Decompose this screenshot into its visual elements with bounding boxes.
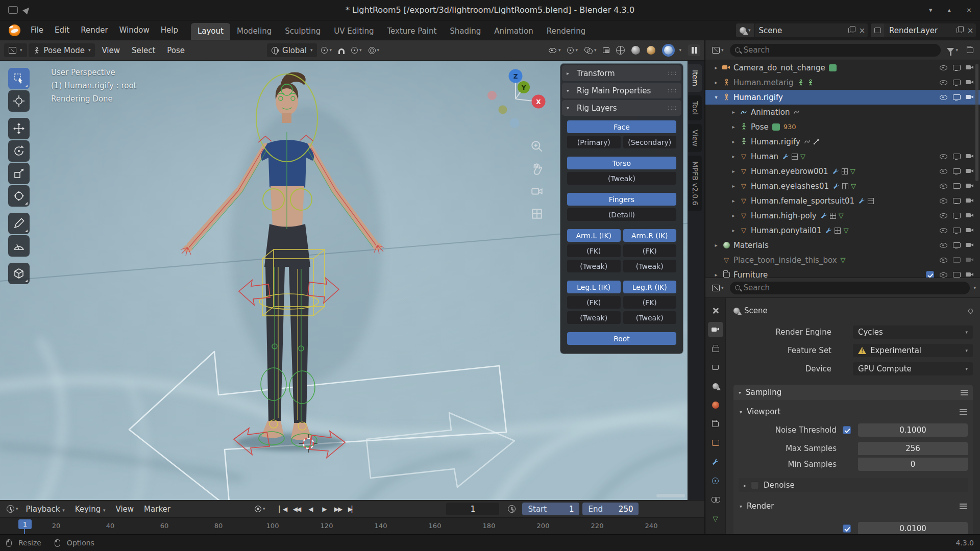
rig-layer-fingers-detail-button[interactable]: (Detail): [567, 208, 676, 221]
snap-toggle[interactable]: [336, 47, 347, 54]
properties-search[interactable]: [730, 282, 970, 294]
hide-render-icon[interactable]: [966, 153, 974, 160]
expand-icon[interactable]: ▸: [729, 213, 738, 218]
hide-viewport-icon[interactable]: [953, 227, 961, 234]
drag-grip-icon[interactable]: ∷∷: [668, 87, 677, 94]
render-noise-threshold-checkbox[interactable]: [843, 524, 851, 533]
hide-render-icon[interactable]: [966, 271, 974, 278]
collapse-icon[interactable]: ▾: [712, 94, 721, 100]
noise-threshold-field[interactable]: 0.1000: [858, 423, 968, 437]
hide-render-icon[interactable]: [966, 168, 974, 174]
properties-tab-view-layer[interactable]: [708, 360, 723, 375]
hide-eye-icon[interactable]: [939, 94, 948, 101]
ortho-grid-button[interactable]: [529, 206, 545, 222]
expand-icon[interactable]: ▸: [729, 228, 738, 233]
hide-eye-icon[interactable]: [939, 183, 948, 189]
drag-grip-icon[interactable]: ∷∷: [668, 105, 677, 112]
outliner-row-sportsuit[interactable]: ▸ ▽ Human.female_sportsuit01: [705, 193, 980, 208]
properties-tab-constraints[interactable]: [708, 492, 723, 507]
drag-grip-icon[interactable]: ∷∷: [668, 70, 677, 77]
frame-end-field[interactable]: End250: [582, 503, 639, 515]
feature-set-select[interactable]: Experimental▾: [853, 344, 973, 357]
properties-tab-modifiers[interactable]: [708, 454, 723, 469]
outliner-row-highpoly[interactable]: ▸ ▽ Human.high-poly ▽: [705, 208, 980, 223]
hide-eye-icon[interactable]: [939, 197, 948, 204]
properties-tab-world[interactable]: [708, 397, 723, 413]
rig-layer-leg-r-fk-button[interactable]: (FK): [623, 296, 677, 309]
navigation-gizmo[interactable]: Z Y X: [480, 64, 556, 135]
scene-unlink-button[interactable]: ×: [856, 26, 868, 35]
hide-render-icon[interactable]: [966, 64, 974, 71]
properties-tab-object-data[interactable]: ▽: [708, 511, 723, 526]
hide-render-icon[interactable]: [966, 242, 974, 248]
hide-eye-icon[interactable]: [939, 153, 948, 160]
timeline-editor-type-button[interactable]: ▾: [4, 505, 21, 513]
camera-view-button[interactable]: [529, 183, 545, 199]
max-samples-field[interactable]: 256: [858, 442, 968, 455]
menu-help[interactable]: Help: [155, 23, 184, 37]
collection-checkbox[interactable]: [926, 271, 934, 279]
outliner-row-furniture[interactable]: ▸ Furniture: [705, 267, 980, 278]
expand-icon[interactable]: ▸: [712, 80, 721, 85]
window-minimize-button[interactable]: ▾: [929, 6, 933, 14]
expand-icon[interactable]: ▸: [729, 139, 738, 144]
expand-icon[interactable]: ▸: [712, 65, 721, 70]
properties-tab-render[interactable]: [708, 322, 723, 337]
gizmo-negative-y-ball[interactable]: [499, 106, 507, 114]
properties-tab-collection[interactable]: [708, 416, 723, 432]
hide-viewport-icon[interactable]: [953, 94, 961, 101]
hide-eye-icon[interactable]: [939, 168, 948, 174]
next-keyframe-button[interactable]: ▶▶: [331, 506, 345, 513]
sidebar-tab-tool[interactable]: Tool: [688, 95, 702, 120]
sampling-panel-header[interactable]: ▾ Sampling: [733, 385, 973, 400]
rig-layer-fingers-button[interactable]: Fingers: [567, 193, 676, 206]
hide-viewport-icon[interactable]: [953, 242, 961, 249]
outliner-search-input[interactable]: [744, 45, 936, 55]
noise-threshold-checkbox[interactable]: [843, 426, 851, 434]
rig-layer-arm-r-tweak-button[interactable]: (Tweak): [623, 260, 677, 272]
shading-solid-button[interactable]: [629, 46, 643, 55]
window-maximize-button[interactable]: ▴: [948, 6, 951, 14]
viewport-menu-select[interactable]: Select: [127, 46, 160, 55]
hide-viewport-icon[interactable]: [953, 79, 961, 86]
outliner-filter-button[interactable]: ▾: [944, 48, 961, 53]
hide-viewport-icon[interactable]: [953, 183, 961, 190]
render-engine-select[interactable]: Cycles▾: [853, 325, 973, 339]
editor-type-button[interactable]: ▾: [4, 43, 27, 57]
rig-layer-leg-r-tweak-button[interactable]: (Tweak): [623, 311, 677, 324]
transform-orientation-selector[interactable]: Global▾: [267, 43, 317, 57]
pivot-point-button[interactable]: ▾: [318, 47, 334, 54]
viewport-menu-pose[interactable]: Pose: [162, 46, 190, 55]
hide-render-icon[interactable]: [966, 183, 974, 189]
auto-keying-button[interactable]: ▾: [252, 506, 268, 512]
scene-new-button[interactable]: [845, 28, 856, 33]
rig-layer-arm-l-fk-button[interactable]: (FK): [567, 244, 621, 257]
viewport-menu-view[interactable]: View: [96, 46, 125, 55]
gizmos-dropdown[interactable]: ▾: [565, 47, 580, 54]
tool-move-button[interactable]: [8, 118, 30, 139]
expand-icon[interactable]: ▸: [729, 198, 738, 204]
tool-select-box-button[interactable]: [8, 68, 30, 89]
device-select[interactable]: GPU Compute▾: [853, 362, 973, 375]
denoise-subpanel-header[interactable]: ▸ Denoise: [739, 478, 968, 492]
workspace-tab-rendering[interactable]: Rendering: [540, 23, 585, 40]
rig-layer-face-secondary-button[interactable]: (Secondary): [623, 136, 677, 148]
workspace-tab-sculpting[interactable]: Sculpting: [278, 23, 327, 40]
hide-viewport-icon[interactable]: [953, 271, 961, 279]
sidebar-tab-mpfb[interactable]: MPFB v2.0.6: [688, 156, 702, 211]
outliner-row-camera[interactable]: ▸ Camera_do_not_change: [705, 60, 980, 75]
jump-to-end-button[interactable]: ▶▏: [345, 506, 358, 513]
rig-layer-torso-tweak-button[interactable]: (Tweak): [567, 172, 676, 185]
view-layer-name[interactable]: RenderLayer: [885, 26, 953, 35]
expand-icon[interactable]: ▸: [712, 272, 721, 278]
presets-menu-icon[interactable]: [961, 390, 968, 395]
play-reverse-button[interactable]: ◀: [303, 506, 317, 513]
timeline-menu-playback[interactable]: Playback ▾: [21, 505, 70, 514]
expand-icon[interactable]: ▸: [729, 124, 738, 130]
hide-render-icon[interactable]: [966, 197, 974, 204]
zoom-button[interactable]: [529, 138, 545, 155]
tool-transform-button[interactable]: [8, 185, 30, 207]
sidebar-tab-view[interactable]: View: [688, 124, 702, 152]
timeline-menu-marker[interactable]: Marker: [139, 505, 176, 514]
use-preview-range-button[interactable]: [505, 505, 518, 513]
